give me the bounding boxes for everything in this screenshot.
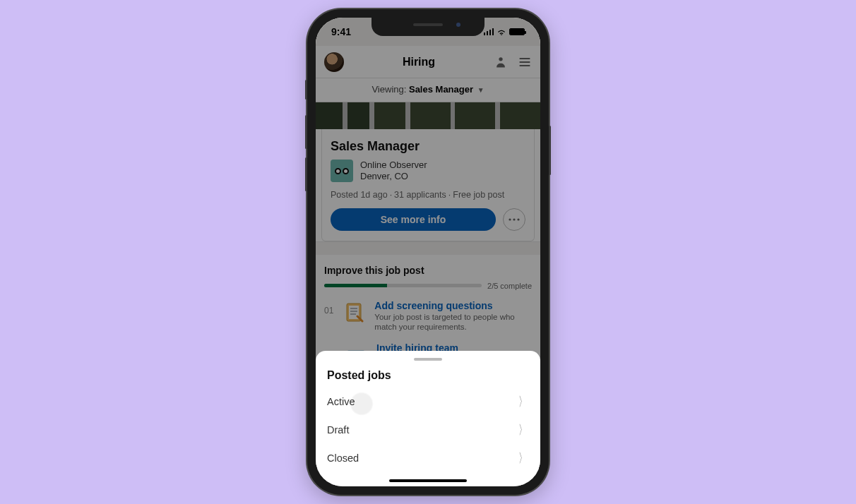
chevron-right-icon: 〉 [518, 421, 528, 438]
sheet-option-closed[interactable]: Closed 〉 [327, 444, 529, 472]
chevron-right-icon: 〉 [518, 393, 528, 410]
sheet-option-label: Closed [327, 452, 359, 464]
sheet-option-label: Active [327, 396, 355, 407]
volume-up [305, 115, 307, 149]
sheet-grabber[interactable] [414, 358, 442, 361]
notch [371, 18, 485, 36]
volume-down [305, 157, 307, 191]
sheet-option-active[interactable]: Active 〉 [327, 388, 529, 416]
sheet-option-label: Draft [327, 424, 349, 436]
sheet-option-draft[interactable]: Draft 〉 [327, 416, 529, 444]
home-indicator[interactable] [389, 479, 467, 482]
sheet-title: Posted jobs [327, 369, 529, 382]
phone-frame: 9:41 Hiring Viewing: Sales Manager ▼ [307, 9, 549, 495]
power-button [549, 126, 551, 175]
phone-screen: 9:41 Hiring Viewing: Sales Manager ▼ [316, 18, 540, 486]
mute-switch [305, 80, 307, 100]
bottom-sheet: Posted jobs Active 〉 Draft 〉 Closed 〉 [316, 351, 540, 486]
chevron-right-icon: 〉 [518, 450, 528, 467]
